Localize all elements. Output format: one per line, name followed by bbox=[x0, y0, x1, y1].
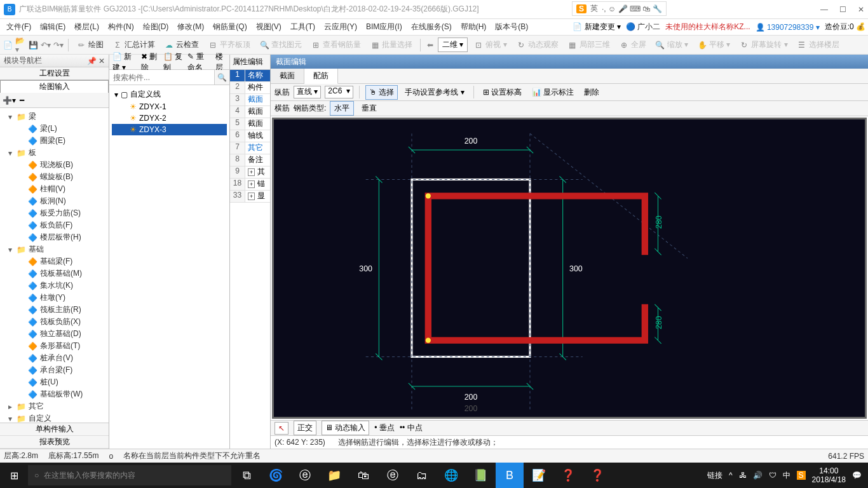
tree-item[interactable]: 🔷筏板负筋(X) bbox=[1, 316, 107, 328]
coin-label[interactable]: 造价豆:0 💰 bbox=[825, 22, 865, 32]
dynamic-view-button[interactable]: ↻动态观察 bbox=[513, 38, 562, 51]
shield-icon[interactable]: 🛡 bbox=[769, 471, 776, 480]
tree-item[interactable]: 🔶条形基础(T) bbox=[1, 340, 107, 352]
draw-button[interactable]: ✏绘图 bbox=[73, 38, 107, 51]
explorer-icon[interactable]: 📁 bbox=[320, 463, 348, 488]
ime-icons[interactable]: ·, ☺ 🎤 ⌨ 🛍 🔧 bbox=[602, 4, 662, 13]
menu-file[interactable]: 文件(F) bbox=[3, 20, 35, 34]
property-row[interactable]: 1名称 bbox=[230, 70, 270, 82]
module-tree[interactable]: ▾📁梁🔷梁(L)🔷圈梁(E)▾📁板🔶现浇板(B)🔶螺旋板(B)🔶柱帽(V)🔷板洞… bbox=[0, 108, 109, 423]
menu-component[interactable]: 构件(N) bbox=[104, 20, 138, 34]
menu-online[interactable]: 在线服务(S) bbox=[407, 20, 456, 34]
add-icon[interactable]: ➕▾ bbox=[3, 96, 16, 105]
app-icon-1[interactable]: 🌀 bbox=[262, 463, 290, 488]
app-icon-5[interactable]: 📝 bbox=[525, 463, 553, 488]
tree-item[interactable]: 🔷承台梁(F) bbox=[1, 364, 107, 376]
zoom-button[interactable]: 🔍缩放 ▾ bbox=[652, 38, 691, 51]
menu-edit[interactable]: 编辑(E) bbox=[36, 20, 69, 34]
nav-tab-draw[interactable]: 绘图输入 bbox=[0, 80, 109, 93]
menu-tool[interactable]: 工具(T) bbox=[287, 20, 319, 34]
taskbar-search[interactable]: ○在这里输入你要搜索的内容 bbox=[28, 465, 231, 485]
cursor-icon[interactable]: ↖ bbox=[275, 422, 288, 435]
drawing-canvas[interactable]: 200 200 200 300 300 280 bbox=[272, 118, 867, 419]
mid-point-button[interactable]: •• 中点 bbox=[400, 423, 423, 433]
ime-s-tray[interactable]: S bbox=[797, 471, 806, 480]
tree-item[interactable]: 🔷板受力筋(S) bbox=[1, 207, 107, 219]
local3d-button[interactable]: ▦局部三维 bbox=[564, 38, 613, 51]
ime-s-icon[interactable]: S bbox=[576, 4, 587, 13]
line-type-select[interactable]: 直线 ▾ bbox=[294, 86, 321, 98]
property-row[interactable]: 6轴线 bbox=[230, 130, 270, 142]
app-icon-7[interactable]: ❓ bbox=[583, 463, 611, 488]
tree-item[interactable]: 🔷梁(L) bbox=[1, 123, 107, 135]
select-floor-button[interactable]: ☰选择楼层 bbox=[794, 38, 843, 51]
menu-draw[interactable]: 绘图(D) bbox=[139, 20, 173, 34]
start-button[interactable]: ⊞ bbox=[1, 463, 27, 488]
tree-item[interactable]: 🔷集水坑(K) bbox=[1, 280, 107, 292]
tree-item[interactable]: 🔶柱帽(V) bbox=[1, 183, 107, 195]
menu-help[interactable]: 帮助(H) bbox=[457, 20, 491, 34]
nav-single-input[interactable]: 单构件输入 bbox=[0, 423, 109, 436]
app-icon-4[interactable]: B bbox=[496, 463, 524, 488]
tree-item[interactable]: 🔶现浇板(B) bbox=[1, 159, 107, 171]
tab-section[interactable]: 截面 bbox=[271, 69, 304, 83]
dynamic-input-button[interactable]: 🖥 动态输入 bbox=[322, 421, 369, 435]
links-label[interactable]: 链接 bbox=[707, 470, 722, 481]
nav-tab-settings[interactable]: 工程设置 bbox=[0, 67, 109, 80]
property-row[interactable]: 2构件 bbox=[230, 82, 270, 94]
vertical-option[interactable]: 垂直 bbox=[358, 102, 381, 115]
phone-label[interactable]: 👤 13907298339 ▾ bbox=[756, 23, 820, 32]
cloud-check-button[interactable]: ☁云检查 bbox=[161, 38, 202, 51]
tray-up-icon[interactable]: ^ bbox=[729, 471, 733, 480]
menu-floor[interactable]: 楼层(L) bbox=[71, 20, 103, 34]
horizontal-option[interactable]: 水平 bbox=[330, 101, 354, 116]
tree-item[interactable]: ▸📁其它 bbox=[1, 400, 107, 412]
property-row[interactable]: 33+ 显示 bbox=[230, 191, 270, 203]
batch-button[interactable]: ▦批量选择 bbox=[367, 38, 416, 51]
pin-icon[interactable]: 📌 ✕ bbox=[87, 57, 105, 65]
ime-lang[interactable]: 英 bbox=[590, 3, 598, 14]
show-annotation-button[interactable]: 📊 显示标注 bbox=[529, 86, 577, 99]
new-change-button[interactable]: 📄 新建变更 ▾ bbox=[573, 22, 621, 32]
edge-icon[interactable]: ⓔ bbox=[291, 463, 319, 488]
save-icon[interactable]: 💾 bbox=[28, 40, 38, 50]
property-row[interactable]: 4截面 bbox=[230, 106, 270, 118]
rotate-button[interactable]: ↻屏幕旋转 ▾ bbox=[736, 38, 790, 51]
ortho-button[interactable]: 正交 bbox=[294, 421, 316, 435]
perp-point-button[interactable]: • 垂点 bbox=[374, 423, 395, 433]
property-row[interactable]: 3截面 bbox=[230, 94, 270, 106]
tab-rebar[interactable]: 配筋 bbox=[304, 69, 338, 84]
ime-tray-icon[interactable]: 中 bbox=[783, 470, 790, 481]
tree-item[interactable]: ▾📁梁 bbox=[1, 111, 107, 123]
pan-button[interactable]: ✋平移 ▾ bbox=[694, 38, 733, 51]
property-row[interactable]: 8备注 bbox=[230, 154, 270, 166]
network-icon[interactable]: 🖧 bbox=[739, 471, 747, 480]
sum-button[interactable]: Σ汇总计算 bbox=[109, 38, 158, 51]
app-icon-2[interactable]: 🗂 bbox=[408, 463, 436, 488]
component-item[interactable]: ☀ZDYX-3 bbox=[112, 124, 227, 135]
menu-cloud[interactable]: 云应用(Y) bbox=[320, 20, 361, 34]
component-tree[interactable]: ▾▢自定义线☀ZDYX-1☀ZDYX-2☀ZDYX-3 bbox=[109, 85, 229, 449]
tree-item[interactable]: 🔷基础板带(W) bbox=[1, 388, 107, 400]
tree-item[interactable]: 🔷桩承台(V) bbox=[1, 352, 107, 364]
property-row[interactable]: 9+ 其它 bbox=[230, 166, 270, 179]
tree-item[interactable]: 🔷圈梁(E) bbox=[1, 135, 107, 147]
warning-text[interactable]: 未使用的柱大样名称KZ... bbox=[665, 22, 750, 32]
tree-item[interactable]: 🔷筏板基础(M) bbox=[1, 268, 107, 280]
rebar-spec-select[interactable]: 2C6 ▾ bbox=[325, 86, 353, 98]
tree-item[interactable]: 🔷柱墩(Y) bbox=[1, 292, 107, 304]
app-icon-3[interactable]: 📗 bbox=[466, 463, 494, 488]
component-item[interactable]: ▾▢自定义线 bbox=[112, 88, 227, 101]
menu-view[interactable]: 视图(V) bbox=[252, 20, 285, 34]
notification-icon[interactable]: 💬 bbox=[852, 471, 862, 480]
maximize-icon[interactable]: ☐ bbox=[839, 5, 846, 14]
menu-bim[interactable]: BIM应用(I) bbox=[362, 20, 406, 34]
chrome-icon[interactable]: 🌐 bbox=[437, 463, 465, 488]
tree-item[interactable]: 🔶基础梁(F) bbox=[1, 255, 107, 268]
ie-icon[interactable]: ⓔ bbox=[379, 463, 407, 488]
redo-icon[interactable]: ↷▾ bbox=[53, 40, 64, 50]
component-item[interactable]: ☀ZDYX-2 bbox=[112, 112, 227, 124]
task-view-icon[interactable]: ⧉ bbox=[233, 463, 261, 488]
tree-item[interactable]: 🔶螺旋板(B) bbox=[1, 171, 107, 183]
property-row[interactable]: 18+ 锚固 bbox=[230, 179, 270, 191]
